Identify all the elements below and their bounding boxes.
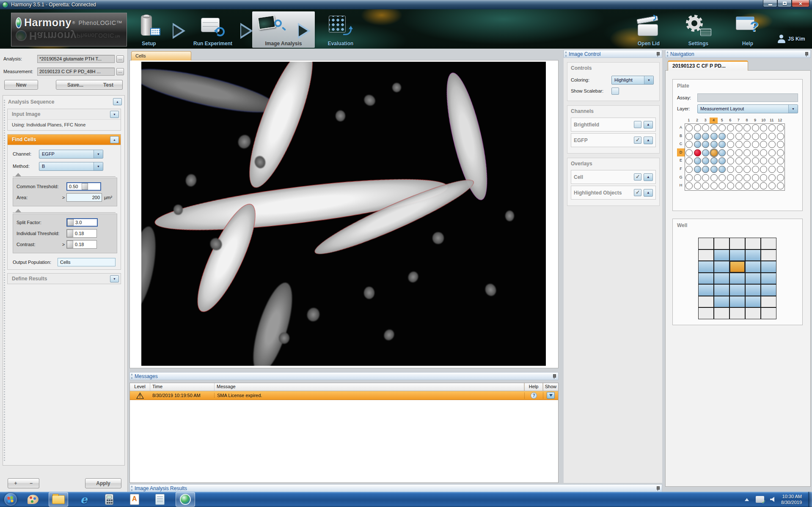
plate-well-G6[interactable] — [727, 174, 734, 181]
col-header-message[interactable]: Message — [215, 383, 524, 391]
plate-well-C11[interactable] — [768, 141, 776, 148]
analysis-browse-button[interactable]: ... — [116, 55, 124, 63]
help-button[interactable]: ? Help — [726, 11, 770, 48]
well-field-r7c4[interactable] — [745, 307, 761, 319]
measurement-field[interactable]: 20190123 C CF P PD_48H ... — [37, 68, 115, 76]
plate-well-D4[interactable] — [710, 149, 718, 156]
plate-well-B1[interactable] — [685, 133, 693, 140]
nav-run-experiment-button[interactable]: Run Experiment — [186, 11, 239, 48]
col-header-show[interactable]: Show — [543, 383, 558, 391]
plate-well-D9[interactable] — [752, 149, 759, 156]
plate-well-B9[interactable] — [752, 133, 759, 140]
plate-well-B2[interactable] — [694, 133, 701, 140]
well-field-r3c4[interactable] — [745, 261, 761, 273]
well-field-r5c3[interactable] — [729, 284, 745, 296]
split-factor-input[interactable]: 3.0 — [66, 218, 98, 227]
plate-well-H7[interactable] — [735, 182, 743, 189]
well-field-r6c3[interactable] — [729, 296, 745, 308]
plate-well-E8[interactable] — [743, 157, 751, 164]
plate-well-G8[interactable] — [743, 174, 751, 181]
well-field-r7c5[interactable] — [761, 307, 776, 319]
slider-handle[interactable] — [67, 241, 73, 248]
col-header-time[interactable]: Time — [150, 383, 215, 391]
plate-well-C7[interactable] — [735, 141, 743, 148]
panel-grip[interactable] — [131, 486, 132, 491]
plate-well-H1[interactable] — [685, 182, 693, 189]
save-button[interactable]: Save... — [56, 80, 95, 90]
panel-grip[interactable] — [565, 52, 567, 57]
plate-well-G5[interactable] — [718, 174, 726, 181]
well-field-r6c5[interactable] — [761, 296, 776, 308]
help-circle-icon[interactable]: ? — [531, 392, 537, 399]
plate-well-C6[interactable] — [727, 141, 734, 148]
input-image-dropdown-button[interactable]: ▼ — [110, 111, 119, 118]
plate-well-H4[interactable] — [710, 182, 718, 189]
brightfield-checkbox[interactable] — [634, 121, 641, 128]
restore-button[interactable] — [777, 0, 792, 7]
output-population-input[interactable]: Cells — [58, 258, 116, 266]
show-message-button[interactable] — [547, 392, 555, 399]
col-header-help[interactable]: Help — [524, 383, 543, 391]
well-field-r2c4[interactable] — [745, 249, 761, 261]
plate-well-C9[interactable] — [752, 141, 759, 148]
find-cells-collapse-button[interactable]: ▲ — [110, 136, 119, 143]
method-dropdown[interactable]: B ▼ — [39, 162, 103, 171]
layer-dropdown[interactable]: Measurement Layout ▼ — [697, 104, 798, 113]
plate-well-A2[interactable] — [694, 124, 701, 132]
plate-well-C4[interactable] — [710, 141, 718, 148]
well-field-r2c5[interactable] — [761, 249, 776, 261]
plate-well-C5[interactable] — [718, 141, 726, 148]
navigation-tab[interactable]: 20190123 C CF P PD... — [668, 60, 748, 71]
plate-well-A10[interactable] — [760, 124, 767, 132]
taskbar-internet-explorer[interactable]: e — [74, 492, 94, 507]
common-threshold-input[interactable]: 0.50 — [66, 182, 101, 191]
plate-well-D12[interactable] — [777, 149, 784, 156]
plate-well-F2[interactable] — [694, 166, 701, 173]
plate-well-B7[interactable] — [735, 133, 743, 140]
plate-well-E12[interactable] — [777, 157, 784, 164]
plate-well-E9[interactable] — [752, 157, 759, 164]
plate-well-A9[interactable] — [752, 124, 759, 132]
plate-well-G11[interactable] — [768, 174, 776, 181]
start-button[interactable] — [4, 493, 17, 506]
plate-well-G2[interactable] — [694, 174, 701, 181]
tab-cells[interactable]: Cells — [131, 51, 191, 60]
well-field-r5c5[interactable] — [761, 284, 776, 296]
plate-well-F9[interactable] — [752, 166, 759, 173]
tray-expand-icon[interactable] — [745, 498, 749, 501]
nav-setup-button[interactable]: Setup — [127, 11, 171, 48]
plate-well-D11[interactable] — [768, 149, 776, 156]
analysis-field[interactable]: *20190524 glutamate PTH T... — [37, 55, 115, 63]
well-field-r3c2[interactable] — [714, 261, 729, 273]
highlighted-objects-checkbox[interactable] — [634, 189, 641, 196]
collapse-sequence-button[interactable]: ▲ — [113, 98, 122, 105]
well-field-r6c4[interactable] — [745, 296, 761, 308]
pushpin-icon[interactable] — [655, 486, 660, 491]
plate-well-E11[interactable] — [768, 157, 776, 164]
highlighted-objects-expand-button[interactable]: ▲ — [644, 189, 653, 197]
plate-well-E7[interactable] — [735, 157, 743, 164]
plate-well-C8[interactable] — [743, 141, 751, 148]
well-field-r5c4[interactable] — [745, 284, 761, 296]
test-button[interactable]: Test — [94, 80, 123, 90]
well-field-r2c3[interactable] — [729, 249, 745, 261]
well-field-r1c3[interactable] — [729, 238, 745, 249]
scalebar-checkbox[interactable] — [611, 88, 619, 95]
plate-well-G1[interactable] — [685, 174, 693, 181]
plate-well-B5[interactable] — [718, 133, 726, 140]
well-field-r4c4[interactable] — [745, 273, 761, 285]
taskbar-harmony[interactable] — [176, 492, 195, 507]
plate-well-H12[interactable] — [777, 182, 784, 189]
plate-well-D10[interactable] — [760, 149, 767, 156]
slider-handle[interactable] — [67, 230, 73, 237]
new-button[interactable]: New — [4, 80, 38, 90]
message-row[interactable]: 8/30/2019 10:19:50 AM SMA License expire… — [130, 391, 558, 400]
plate-well-B12[interactable] — [777, 133, 784, 140]
parameters-expander[interactable] — [13, 173, 116, 177]
parameters-expander[interactable] — [13, 209, 116, 213]
plate-well-D2[interactable] — [694, 149, 701, 156]
plate-well-E3[interactable] — [702, 157, 709, 164]
plate-well-A11[interactable] — [768, 124, 776, 132]
plate-well-A3[interactable] — [702, 124, 709, 132]
plate-well-D3[interactable] — [702, 149, 709, 156]
